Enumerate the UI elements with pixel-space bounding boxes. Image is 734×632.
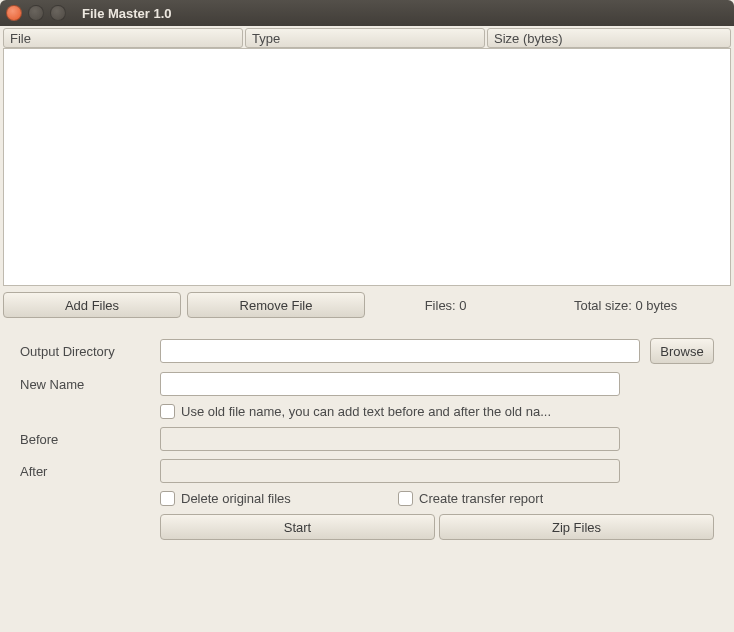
browse-button[interactable]: Browse [650, 338, 714, 364]
before-label: Before [20, 432, 150, 447]
use-old-name-checkbox[interactable] [160, 404, 175, 419]
file-list[interactable] [3, 48, 731, 286]
status-bar: Files: 0 Total size: 0 bytes [371, 298, 731, 313]
after-input [160, 459, 620, 483]
column-size[interactable]: Size (bytes) [487, 28, 731, 48]
titlebar: File Master 1.0 [0, 0, 734, 26]
close-icon[interactable] [6, 5, 22, 21]
create-report-checkbox[interactable] [398, 491, 413, 506]
delete-original-checkbox[interactable] [160, 491, 175, 506]
column-file[interactable]: File [3, 28, 243, 48]
zip-files-button[interactable]: Zip Files [439, 514, 714, 540]
start-button[interactable]: Start [160, 514, 435, 540]
column-type[interactable]: Type [245, 28, 485, 48]
add-files-button[interactable]: Add Files [3, 292, 181, 318]
table-header: File Type Size (bytes) [0, 26, 734, 48]
total-size: Total size: 0 bytes [574, 298, 677, 313]
new-name-label: New Name [20, 377, 150, 392]
create-report-label: Create transfer report [419, 491, 543, 506]
after-label: After [20, 464, 150, 479]
remove-file-button[interactable]: Remove File [187, 292, 365, 318]
window-title: File Master 1.0 [82, 6, 172, 21]
output-dir-label: Output Directory [20, 344, 150, 359]
minimize-icon[interactable] [28, 5, 44, 21]
before-input [160, 427, 620, 451]
new-name-input[interactable] [160, 372, 620, 396]
form-panel: Output Directory Browse New Name Use old… [0, 328, 734, 560]
delete-original-label: Delete original files [181, 491, 291, 506]
use-old-name-label: Use old file name, you can add text befo… [181, 404, 631, 419]
output-dir-input[interactable] [160, 339, 640, 363]
content-area: File Type Size (bytes) Add Files Remove … [0, 26, 734, 632]
maximize-icon[interactable] [50, 5, 66, 21]
toolbar: Add Files Remove File Files: 0 Total siz… [0, 286, 734, 328]
files-count: Files: 0 [425, 298, 467, 313]
